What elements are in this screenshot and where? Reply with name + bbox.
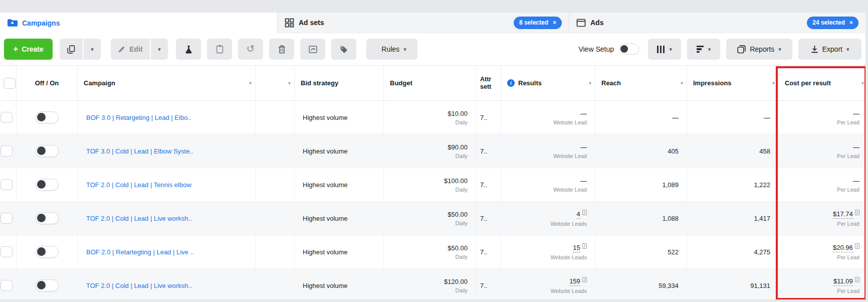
rules-button[interactable]: Rules ▾ — [366, 39, 417, 60]
budget-value: $50.00 — [448, 211, 468, 218]
select-all-checkbox[interactable] — [4, 78, 16, 89]
campaign-name-link[interactable]: TOF 3.0 | Cold | Lead | Elbow Syste.. — [86, 147, 193, 155]
tab-ads[interactable]: Ads 24 selected × — [569, 13, 865, 33]
attribution-ref-badge: 2 — [855, 210, 859, 216]
attribution-value: 7.. — [480, 181, 487, 189]
delete-button[interactable] — [269, 39, 294, 60]
edit-button[interactable]: Edit — [111, 39, 150, 60]
impressions-value: — — [764, 114, 770, 121]
header-reach[interactable]: Reach ▾ — [595, 66, 687, 100]
campaign-name-link[interactable]: BOF 2.0 | Retartegting | Lead | Live .. — [86, 248, 194, 256]
reach-value: 522 — [668, 248, 679, 256]
campaign-name-link[interactable]: TOF 2.0 | Cold | Lead | Live worksh.. — [86, 282, 192, 289]
header-results[interactable]: i Results ▾ — [501, 66, 595, 100]
budget-period: Daily — [456, 287, 468, 293]
table-row: TOF 3.0 | Cold | Lead | Elbow Syste.. Hi… — [0, 134, 865, 168]
header-blank[interactable]: ▾ — [256, 66, 295, 100]
cost-per-result-value[interactable]: $20.96 — [833, 244, 853, 252]
sort-caret-icon[interactable]: ▾ — [288, 80, 291, 86]
campaign-toggle[interactable] — [36, 179, 59, 191]
bid-strategy-value: Highest volume — [303, 181, 348, 189]
cost-per-result-value[interactable]: $17.74 — [833, 210, 853, 219]
results-value[interactable]: 159 — [569, 277, 580, 286]
campaign-name-link[interactable]: TOF 2.0 | Cold | Lead | Live worksh.. — [86, 215, 192, 222]
reach-value: 59,334 — [659, 282, 679, 289]
cost-per-result-value: — — [853, 177, 859, 185]
campaigns-folder-icon — [7, 19, 18, 27]
ads-selected-badge: 24 selected × — [807, 17, 858, 29]
cost-per-result-value[interactable]: $11.09 — [833, 277, 853, 286]
duplicate-button[interactable] — [60, 39, 83, 60]
results-value[interactable]: 15 — [573, 244, 580, 252]
attribution-ref-badge: 2 — [582, 210, 587, 216]
sort-caret-icon[interactable]: ▾ — [861, 80, 864, 86]
cost-per-result-type: Per Lead — [837, 153, 859, 159]
bid-strategy-value: Highest volume — [303, 282, 348, 289]
edit-menu-button[interactable]: ▾ — [150, 39, 168, 60]
cost-per-result-type: Per Lead — [837, 254, 859, 260]
chevron-down-icon: ▾ — [403, 47, 406, 52]
campaign-toggle[interactable] — [36, 145, 59, 157]
tag-button[interactable] — [331, 39, 356, 60]
reports-button[interactable]: Reports ▾ — [726, 39, 792, 60]
sort-caret-icon[interactable]: ▾ — [681, 80, 683, 86]
campaign-toggle[interactable] — [36, 279, 59, 291]
duplicate-menu-button[interactable]: ▾ — [83, 39, 101, 60]
tab-campaigns-label: Campaigns — [22, 19, 60, 27]
header-cost-per-result[interactable]: Cost per result ▾ — [779, 66, 868, 100]
action-toolbar: + Create ▾ — [0, 33, 865, 65]
budget-period: Daily — [456, 220, 468, 226]
columns-button[interactable]: ▾ — [648, 39, 681, 60]
cost-per-result-value: — — [853, 110, 859, 117]
row-checkbox[interactable] — [1, 213, 13, 224]
table-row: BOF 2.0 | Retartegting | Lead | Live .. … — [0, 235, 865, 269]
budget-value: $10.00 — [448, 110, 468, 117]
header-impressions[interactable]: Impressions ▾ — [687, 66, 779, 100]
tab-adsets[interactable]: Ad sets 8 selected × — [277, 13, 569, 33]
paste-button[interactable] — [207, 39, 232, 60]
attribution-ref-badge: 2 — [582, 277, 587, 283]
row-checkbox[interactable] — [1, 246, 13, 257]
row-checkbox[interactable] — [1, 145, 13, 157]
view-setup-toggle[interactable] — [619, 44, 639, 55]
revert-button[interactable]: ↺ — [238, 39, 263, 60]
campaign-toggle[interactable] — [36, 212, 59, 224]
tab-adsets-label: Ad sets — [299, 19, 324, 27]
create-button[interactable]: + Create — [4, 39, 53, 60]
cost-per-result-type: Per Lead — [837, 187, 859, 193]
results-type: Website Lead — [553, 187, 587, 193]
columns-icon — [657, 46, 665, 53]
window-edge — [865, 0, 868, 302]
sort-caret-icon[interactable]: ▾ — [772, 80, 775, 86]
attribution-ref-badge: 2 — [855, 243, 859, 249]
flask-icon — [185, 45, 192, 54]
campaign-toggle[interactable] — [36, 246, 59, 258]
breakdown-button[interactable]: ▾ — [687, 39, 720, 60]
header-campaign[interactable]: Campaign ▾ — [78, 66, 256, 100]
adsets-clear-selection-icon[interactable]: × — [553, 19, 556, 26]
info-icon[interactable]: i — [507, 79, 515, 87]
campaign-name-link[interactable]: TOF 2.0 | Cold | Lead | Tennis elbow — [86, 181, 191, 189]
results-value[interactable]: 4 — [577, 210, 580, 219]
ads-clear-selection-icon[interactable]: × — [849, 19, 853, 26]
ads-frame-icon — [576, 19, 586, 27]
row-checkbox[interactable] — [1, 280, 13, 291]
row-checkbox[interactable] — [1, 179, 13, 190]
tab-campaigns[interactable]: Campaigns — [0, 13, 277, 33]
campaign-name-link[interactable]: BOF 3.0 | Retargeting | Lead | Elbo.. — [86, 114, 191, 121]
ab-test-button[interactable] — [176, 39, 201, 60]
results-type: Website Leads — [550, 288, 587, 294]
budget-period: Daily — [456, 153, 468, 159]
view-setup-label: View Setup — [578, 45, 614, 53]
budget-value: $100.00 — [444, 177, 468, 185]
row-checkbox[interactable] — [1, 112, 13, 123]
cost-per-result-type: Per Lead — [837, 119, 859, 125]
export-button[interactable]: Export ▾ — [798, 39, 861, 60]
export-download-icon — [811, 45, 818, 53]
header-off-on: Off / On — [17, 66, 78, 100]
sort-caret-icon[interactable]: ▾ — [249, 80, 252, 86]
sort-caret-icon[interactable]: ▾ — [589, 80, 591, 86]
table-header-row: Off / On Campaign ▾ ▾ Bid strategy Budge… — [0, 65, 865, 101]
campaign-toggle[interactable] — [36, 111, 59, 123]
window-arrows-button[interactable] — [300, 39, 325, 60]
